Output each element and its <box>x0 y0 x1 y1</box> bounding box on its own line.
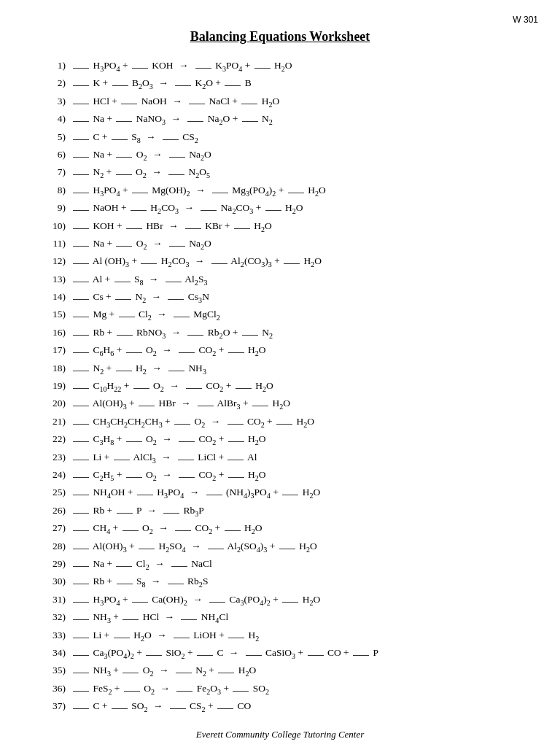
blank <box>73 477 89 478</box>
equation-12: 12) Al (OH)3 + H2CO3 → Al2(CO3)3 + H2O <box>44 253 516 271</box>
equation-3: 3) HCl + NaOH → NaCl + H2O <box>44 93 516 111</box>
blank <box>171 566 187 567</box>
blank <box>73 174 89 175</box>
equation-5: 5) C + S8 → CS2 <box>44 129 516 147</box>
blank <box>168 174 184 175</box>
blank <box>265 210 281 211</box>
equation-34: 34) Ca3(PO4)2 + SiO2 + C → CaSiO3 + CO +… <box>44 645 516 662</box>
blank <box>73 246 89 247</box>
blank <box>117 584 133 584</box>
equation-2: 2) K + B2O3 → K2O + B <box>44 75 516 93</box>
blank <box>308 655 324 656</box>
blank <box>73 708 89 709</box>
equation-27: 27) CH4 + O2 → CO2 + H2O <box>44 520 516 538</box>
blank <box>241 104 257 104</box>
blank <box>176 691 192 692</box>
blank <box>198 406 214 406</box>
equation-37: 37) C + SO2 → CS2 + CO <box>44 698 516 716</box>
equation-36: 36) FeS2 + O2 → Fe2O3 + SO2 <box>44 681 516 698</box>
blank <box>73 139 89 140</box>
blank <box>112 708 128 709</box>
equation-15: 15) Mg + Cl2 → MgCl2 <box>44 306 516 324</box>
eq-num-1: 1) <box>44 58 71 74</box>
blank <box>73 530 89 531</box>
blank <box>166 282 182 282</box>
blank <box>187 121 203 122</box>
blank <box>121 104 137 104</box>
blank <box>73 495 89 495</box>
blank <box>126 477 142 478</box>
blank <box>211 263 228 264</box>
blank <box>122 673 139 673</box>
equation-9: 9) NaOH + H2CO3 → Na2CO3 + H2O <box>44 200 516 217</box>
blank <box>187 335 203 336</box>
blank <box>73 584 89 584</box>
eq-num-15: 15) <box>44 306 71 322</box>
eq-num-30: 30) <box>44 573 71 589</box>
eq-num-11: 11) <box>44 236 71 252</box>
blank <box>225 85 241 86</box>
equation-30: 30) Rb + S8 → Rb2S <box>44 573 516 591</box>
blank <box>209 602 225 603</box>
eq-num-6: 6) <box>44 147 71 163</box>
blank <box>195 68 211 69</box>
blank <box>178 460 194 460</box>
blank <box>116 157 132 158</box>
eq-num-8: 8) <box>44 182 71 198</box>
blank <box>73 210 89 211</box>
blank <box>73 388 89 389</box>
eq-num-37: 37) <box>44 698 71 714</box>
blank <box>282 495 298 495</box>
eq-num-22: 22) <box>44 431 71 447</box>
blank <box>242 335 258 336</box>
blank <box>73 549 89 549</box>
blank <box>163 139 179 140</box>
equation-17: 17) C6H6 + O2 → CO2 + H2O <box>44 342 516 360</box>
blank <box>114 460 130 460</box>
blank <box>73 424 89 425</box>
blank <box>124 691 140 692</box>
eq-num-32: 32) <box>44 609 71 625</box>
equation-23: 23) Li + AlCl3 → LiCl + Al <box>44 449 516 467</box>
equation-22: 22) C3H8 + O2 → CO2 + H2O <box>44 431 516 449</box>
eq-num-35: 35) <box>44 662 71 678</box>
blank <box>228 477 244 478</box>
equation-7: 7) N2 + O2 → N2O5 <box>44 164 516 182</box>
blank <box>132 68 148 69</box>
blank <box>132 602 148 603</box>
blank <box>73 638 89 638</box>
blank <box>73 282 89 282</box>
blank <box>185 228 201 229</box>
equation-6: 6) Na + O2 → Na2O <box>44 147 516 164</box>
blank <box>168 371 184 371</box>
equation-33: 33) Li + H2O → LiOH + H2 <box>44 627 516 645</box>
equation-29: 29) Na + Cl2 → NaCl <box>44 556 516 573</box>
equation-21: 21) CH3CH2CH2CH3 + O2 → CO2 + H2O <box>44 414 516 431</box>
blank <box>73 299 89 300</box>
blank <box>201 210 217 211</box>
blank <box>126 352 142 353</box>
blank <box>254 68 271 69</box>
blank <box>73 317 89 317</box>
blank <box>73 619 89 620</box>
equation-18: 18) N2 + H2 → NH3 <box>44 360 516 378</box>
equation-32: 32) NH3 + HCl → NH4Cl <box>44 609 516 627</box>
blank <box>169 157 185 158</box>
blank <box>73 691 89 692</box>
footer-text: Everett Community College Tutoring Cente… <box>44 729 516 740</box>
eq-num-9: 9) <box>44 200 71 216</box>
blank <box>137 495 153 495</box>
blank <box>189 104 205 104</box>
eq-num-5: 5) <box>44 129 71 145</box>
equation-26: 26) Rb + P → Rb3P <box>44 503 516 520</box>
blank <box>133 388 149 389</box>
blank <box>174 638 190 638</box>
blank <box>139 406 155 406</box>
blank <box>288 193 304 193</box>
eq-num-19: 19) <box>44 378 71 394</box>
equation-1: 1) H3PO4 + KOH → K3PO4 + H2O <box>44 58 516 75</box>
worksheet-page: W 301 Balancing Equations Worksheet 1) H… <box>0 0 560 747</box>
blank <box>73 406 89 406</box>
blank <box>131 210 147 211</box>
blank <box>179 441 195 442</box>
